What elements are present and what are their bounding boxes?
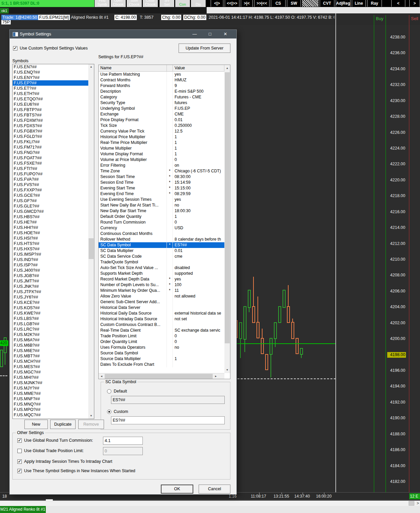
symbol-list-item[interactable]: F.US.JY6?## [13,294,88,300]
symbol-list-item[interactable]: F.US.HOE?## [13,230,88,236]
symbol-list-item[interactable]: F.US.HXS?## [13,246,88,252]
toolbar-button-blank[interactable]: <<|>> [225,0,239,7]
symbol-list-item[interactable]: F.US.ET?## [13,86,88,91]
symbol-list-item[interactable]: F.US.ISP?## [13,262,88,268]
symbol-list-item[interactable]: F.US.EN?## [13,64,88,70]
settings-table-row[interactable]: CategoryFutures - CME [99,94,224,100]
toolbar-button-con[interactable]: Con [175,0,190,7]
symbol-list-item[interactable]: F.US.ETH?## [13,91,88,96]
symbol-list-item[interactable]: F.US.HHI?## [13,225,88,230]
settings-table-row[interactable]: Volume at Price Multiplier0 [99,157,224,163]
toolbar-button-find-symb[interactable]: FindSymb [95,0,110,7]
settings-table-row[interactable]: Tick Size0.250000 [99,123,224,129]
toolbar-button-blank[interactable]: <|> [211,0,223,7]
settings-table-row[interactable]: Trade/Quote Symbol [99,259,224,265]
cancel-button[interactable]: Cancel [199,485,230,494]
settings-table-row[interactable]: Generic Sub-Client Server Add... [99,299,224,305]
toolbar-button-blank[interactable]: > [409,0,420,7]
horizontal-scrollbar[interactable]: > [0,501,420,506]
scroll-left-icon[interactable]: ◄ [99,373,104,379]
symbol-list-item[interactable]: F.US.HE?## [13,220,88,225]
duplicate-button[interactable]: Duplicate [50,420,76,429]
default-symbol-input[interactable] [111,396,225,404]
table-hscrollbar[interactable]: ◄ ► [99,373,224,379]
symbol-list-item[interactable]: F.US.MHI?## [13,375,88,380]
symbol-list-item[interactable]: F.US.EP?## [13,80,88,86]
table-hscroll-thumb[interactable] [105,374,213,379]
settings-table-row[interactable]: Underlying SymbolF.US.EP [99,106,224,111]
settings-table-row[interactable]: Trade Position Limit0 [99,333,224,339]
symbol-list-item[interactable]: F.US.FDXM?## [13,118,88,123]
scroll-down-icon[interactable]: ▼ [88,413,94,419]
settings-table-row[interactable]: Session End Time*15:14:59 [99,180,224,185]
settings-table-row[interactable]: Round Turn Commission0 [99,220,224,225]
symbol-list-item[interactable]: F.US.MQC?## [13,412,88,418]
settings-table-row[interactable]: Real-Time Data ClientSC exchange data se… [99,328,224,333]
toolbar-button-close-cbook[interactable]: CloseCbook [143,0,158,7]
settings-table-row[interactable]: Forward Months9 [99,83,224,89]
scroll-right-icon[interactable]: ► [213,373,219,379]
symbol-list-item[interactable]: F.US.JMT?## [13,278,88,284]
symbol-list-item[interactable]: F.US.KCE?## [13,300,88,305]
symbol-list-item[interactable]: F.US.MNQ?## [13,402,88,407]
symbol-list-item[interactable]: F.US.ENY?## [13,75,88,80]
settings-table-row[interactable]: New Daily Bar Start Time18:00:30 [99,208,224,214]
symbol-list-item[interactable]: F.US.FGLD?## [13,134,88,139]
symbol-list-item[interactable]: F.US.FTI?## [13,166,88,171]
symbol-list-item[interactable]: F.US.M6B?## [13,343,88,348]
checkbox-use-these-symbol-settings-in-new-instances-when-started[interactable]: ✓ [17,469,22,473]
symbol-list-item[interactable]: F.US.ENQ?## [13,70,88,75]
symbol-list-item[interactable]: F.US.LGB?## [13,321,88,327]
symbol-list-item[interactable]: F.US.MPO?## [13,407,88,412]
toolbar-button-blank[interactable]: < [391,0,405,7]
settings-table-row[interactable]: Historical Intraday Data Sourcenot set [99,316,224,322]
symbol-list-item[interactable]: F.US.FVA?## [13,177,88,182]
symbol-list-item[interactable]: F.US.HTS?## [13,241,88,246]
settings-table-row[interactable]: Dates To Exclude From Chart [99,362,224,367]
use-custom-checkbox[interactable]: ✓ [13,46,17,51]
symbol-list-item[interactable]: F.US.HSI?## [13,236,88,241]
symbol-list-item[interactable]: F.US.MJY?## [13,386,88,391]
sell-button[interactable]: Sell [411,16,418,21]
settings-table-row[interactable]: Time Zone*Chicago (-6 CST/-5 CDT) [99,168,224,174]
settings-table-row[interactable]: Use Evening Session Timesyes [99,197,224,202]
symbol-list-item[interactable]: F.US.ETQO?## [13,96,88,102]
update-from-server-button[interactable]: Update From Server [179,44,230,53]
checkbox-use-global-round-turn-commission[interactable]: ✓ [17,438,22,443]
minimize-icon[interactable]: — [187,30,202,38]
symbols-listbox[interactable]: F.US.EN?##F.US.ENQ?##F.US.ENY?##F.US.EP?… [12,64,94,419]
symbol-list-item[interactable]: F.US.JGB?## [13,273,88,278]
settings-table-row[interactable]: Volume Display Format1 [99,151,224,157]
settings-table-row[interactable]: Uses Formula Operatorsno [99,345,224,350]
default-radio[interactable] [107,389,111,394]
symbol-list-item[interactable]: F.US.EU6?## [13,102,88,107]
settings-table-row[interactable]: Evening End Time*08:29:59 [99,191,224,197]
settings-table-row[interactable]: Allow Zero Valuenot allowed [99,293,224,299]
toolbar-button-adjreg[interactable]: AdjReg [336,0,350,7]
settings-table-row[interactable]: Minimum Market by Order Qua...*11 [99,288,224,293]
scroll-down-icon[interactable]: ▼ [224,367,230,373]
settings-table-row[interactable]: Security Typefutures [99,100,224,106]
settings-table-row[interactable]: DescriptionE-mini S&P 500 [99,89,224,94]
symbol-list-item[interactable]: F.US.IMSP?## [13,252,88,257]
input-use-global-round-turn-commission[interactable] [103,437,143,445]
symbol-list-item[interactable]: F.US.MBT?## [13,353,88,359]
settings-table-row[interactable]: Source Data Multiplier1 [99,356,224,362]
settings-table-row[interactable]: Default Order Quantity1 [99,214,224,220]
settings-table-row[interactable]: Order Quantity Limit0 [99,339,224,345]
symbol-list-item[interactable]: F.US.JNK?## [13,284,88,289]
table-vscrollbar[interactable]: ▲ ▼ [224,65,230,373]
settings-table-row[interactable]: Currency Value Per Tick12.5 [99,129,224,134]
panel-divider[interactable] [335,13,336,499]
settings-table-row[interactable]: SC Data Multiplier0.01 [99,248,224,254]
toolbar-button-blank[interactable]: >>|<< [254,0,270,7]
settings-table-row[interactable]: Price Display Format0.01 [99,117,224,123]
settings-table-row[interactable]: Session Start Time*08:30:00 [99,174,224,180]
symbol-list-item[interactable]: F.US.J400?## [13,268,88,273]
symbol-list-item[interactable]: F.US.GCE?## [13,193,88,198]
symbol-list-item[interactable]: F.US.FGBX?## [13,129,88,134]
checkbox-apply-intraday-session-times-to-intraday-chart[interactable]: ✓ [17,459,22,464]
settings-table-row[interactable]: CurrencyUSD [99,225,224,231]
symbol-list-item[interactable]: F.US.GLE?## [13,203,88,209]
symbol-list-item[interactable]: F.US.LBS?## [13,316,88,321]
